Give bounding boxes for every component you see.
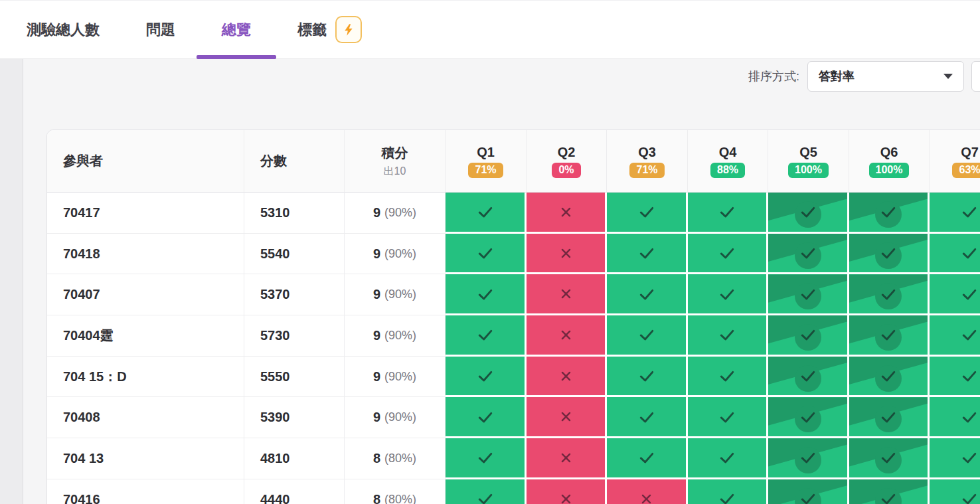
answer-cell-wrong: [527, 234, 607, 275]
x-icon: [639, 491, 654, 504]
tab-tags[interactable]: 標籤: [297, 1, 362, 58]
x-icon: [558, 369, 574, 384]
x-icon: [558, 409, 574, 424]
tab-label: 測驗總人數: [27, 20, 100, 40]
left-gutter: [0, 59, 23, 504]
answer-cell-wrong: [527, 315, 607, 357]
answer-cell-correct: [688, 193, 768, 234]
tab-participants[interactable]: 測驗總人數: [27, 1, 100, 58]
x-icon: [558, 327, 574, 343]
points-value: 9: [373, 328, 380, 343]
participant-cell: 704 15：D: [47, 357, 244, 398]
answer-cell-wrong: [527, 274, 607, 315]
points-title: 積分: [382, 144, 408, 162]
points-value: 8: [373, 451, 380, 466]
answer-cell-wrong: [527, 397, 607, 438]
flash-badge[interactable]: [335, 16, 362, 43]
check-icon: [799, 203, 817, 221]
overview-table: 參與者 分數 積分 出10 Q171%Q20%Q371%Q488%Q5100%Q…: [46, 129, 980, 504]
answer-cell-correct: [446, 315, 527, 357]
check-icon: [718, 448, 736, 467]
points-value: 8: [373, 492, 380, 504]
points-percent: (90%): [384, 370, 416, 384]
check-icon: [476, 489, 495, 504]
answer-cell-correct: [446, 357, 527, 398]
accuracy-badge: 88%: [710, 163, 745, 178]
answer-cell-correct-special: [849, 438, 930, 479]
check-icon: [718, 244, 736, 262]
column-header-q2: Q20%: [527, 130, 607, 193]
score-cell: 5730: [244, 315, 345, 357]
tab-questions[interactable]: 問題: [146, 1, 175, 58]
check-icon: [718, 408, 736, 426]
participant-cell: 70417: [47, 193, 244, 234]
points-cell: 8(80%): [345, 438, 446, 479]
answer-cell-correct: [930, 193, 980, 234]
answer-cell-correct: [930, 479, 980, 504]
x-icon: [558, 246, 574, 261]
accuracy-badge: 100%: [869, 163, 910, 178]
answer-cell-correct: [446, 397, 527, 438]
answer-cell-wrong: [527, 438, 607, 479]
check-icon: [799, 448, 817, 467]
check-icon: [879, 448, 898, 467]
answer-cell-correct-special: [849, 479, 930, 504]
answer-cell-correct: [688, 357, 768, 398]
question-label: Q4: [719, 145, 737, 160]
answer-cell-correct: [446, 193, 527, 234]
answer-cell-wrong: [607, 479, 688, 504]
answer-cell-correct: [607, 357, 688, 398]
answer-cell-correct: [688, 438, 768, 479]
participant-cell: 70407: [47, 274, 244, 315]
chevron-down-icon: [943, 74, 953, 79]
answer-cell-correct: [688, 397, 768, 438]
answer-cell-correct: [930, 315, 980, 357]
score-cell: 5370: [244, 274, 345, 315]
answer-cell-correct-special: [768, 274, 849, 315]
answer-cell-correct-special: [768, 479, 849, 504]
check-icon: [879, 489, 898, 504]
answer-cell-wrong: [527, 357, 607, 398]
sort-by-selected-value: 答對率: [819, 68, 855, 84]
answer-cell-correct: [607, 315, 688, 357]
question-label: Q1: [477, 145, 495, 160]
points-value: 9: [373, 369, 380, 384]
check-icon: [960, 448, 979, 467]
answer-cell-correct-special: [849, 357, 930, 398]
check-icon: [476, 203, 495, 221]
column-header-q6: Q6100%: [849, 130, 930, 193]
check-icon: [879, 244, 898, 262]
column-header-q3: Q371%: [607, 130, 688, 193]
answer-cell-correct-special: [768, 438, 849, 479]
x-icon: [558, 450, 574, 465]
check-icon: [799, 244, 817, 262]
points-percent: (90%): [384, 206, 416, 220]
column-header-q5: Q5100%: [768, 130, 849, 193]
tab-overview[interactable]: 總覽: [222, 1, 251, 58]
sort-by-label: 排序方式:: [748, 68, 799, 84]
sort-by-dropdown[interactable]: 答對率: [807, 61, 964, 92]
check-icon: [637, 325, 656, 344]
check-icon: [879, 285, 898, 303]
score-cell: 5540: [244, 234, 345, 275]
check-icon: [476, 244, 495, 262]
sort-direction-button[interactable]: ↓: [971, 61, 980, 92]
answer-cell-correct: [446, 234, 527, 275]
check-icon: [799, 408, 817, 426]
sort-toolbar: 排序方式: 答對率 ↓: [748, 61, 980, 92]
points-cell: 9(90%): [345, 315, 446, 357]
points-percent: (90%): [384, 247, 416, 261]
answer-cell-correct-special: [768, 234, 849, 275]
check-icon: [476, 448, 495, 467]
points-cell: 9(90%): [345, 274, 446, 315]
points-percent: (80%): [384, 493, 416, 504]
answer-cell-correct-special: [768, 357, 849, 398]
points-percent: (90%): [384, 288, 416, 301]
check-icon: [637, 448, 656, 467]
accuracy-badge: 0%: [552, 163, 580, 178]
tab-bar: 測驗總人數問題總覽標籤: [0, 0, 980, 59]
accuracy-badge: 71%: [629, 163, 664, 178]
score-cell: 5550: [244, 357, 345, 398]
column-header-points: 積分 出10: [345, 130, 446, 193]
score-cell: 4440: [244, 479, 345, 504]
